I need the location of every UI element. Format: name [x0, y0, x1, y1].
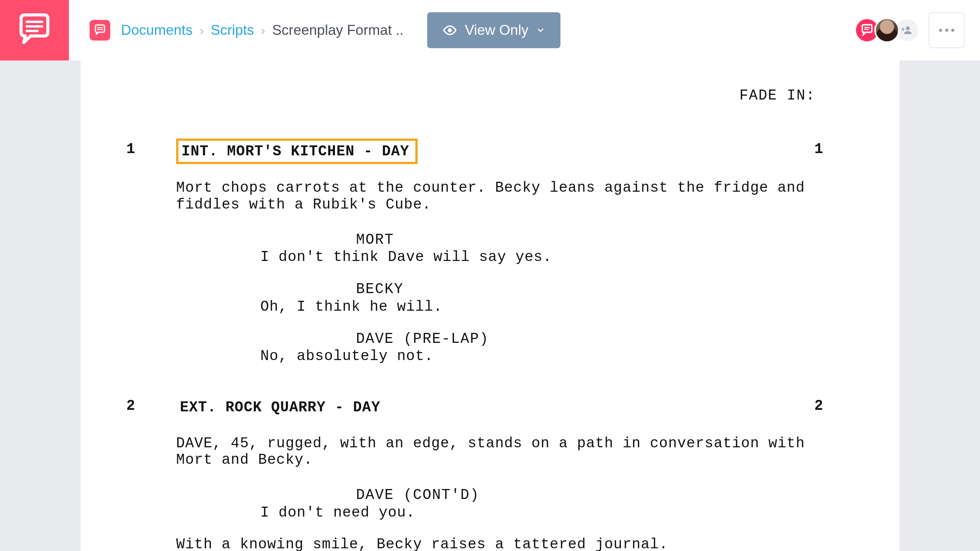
- svg-point-5: [448, 28, 452, 32]
- action-text: Mort chops carrots at the counter. Becky…: [80, 179, 900, 213]
- svg-point-8: [906, 26, 910, 30]
- speech-bubble-icon: [93, 24, 106, 37]
- top-bar: Documents › Scripts › Screenplay Format …: [0, 0, 980, 60]
- dialogue-line: Oh, I think he will.: [80, 298, 900, 315]
- chevron-down-icon: [536, 26, 545, 35]
- action-text: With a knowing smile, Becky raises a tat…: [80, 536, 900, 551]
- more-options-button[interactable]: [929, 12, 965, 48]
- view-mode-button[interactable]: View Only: [427, 12, 560, 48]
- scene-number-left: 2: [126, 395, 176, 414]
- speech-bubble-icon: [15, 11, 54, 49]
- dialogue-line: I don't need you.: [80, 504, 900, 521]
- dialogue-line: No, absolutely not.: [80, 348, 900, 365]
- breadcrumb-documents[interactable]: Documents: [121, 22, 193, 38]
- mini-brand-button[interactable]: [90, 20, 110, 41]
- fade-in: FADE IN:: [80, 87, 900, 104]
- breadcrumb-scripts[interactable]: Scripts: [211, 22, 254, 38]
- breadcrumb-area: Documents › Scripts › Screenplay Format …: [90, 12, 560, 48]
- speech-bubble-icon: [860, 23, 874, 37]
- scene-heading[interactable]: INT. MORT'S KITCHEN - DAY: [176, 139, 418, 165]
- dialogue-block: DAVE (CONT'D) I don't need you.: [80, 487, 900, 521]
- dialogue-block: DAVE (PRE-LAP) No, absolutely not.: [80, 331, 900, 365]
- avatar-user[interactable]: [874, 18, 900, 43]
- scene-number-right: 2: [800, 395, 823, 414]
- scene-row: 1 INT. MORT'S KITCHEN - DAY 1: [80, 139, 900, 165]
- collaborator-avatars: [860, 18, 920, 43]
- character-name: BECKY: [80, 281, 900, 298]
- dialogue-block: BECKY Oh, I think he will.: [80, 281, 900, 315]
- person-add-icon: [901, 24, 913, 36]
- script-page: FADE IN: 1 INT. MORT'S KITCHEN - DAY 1 M…: [80, 60, 900, 551]
- chevron-right-icon: ›: [261, 23, 265, 38]
- scene-heading[interactable]: EXT. ROCK QUARRY - DAY: [176, 395, 387, 420]
- character-name: MORT: [80, 231, 900, 248]
- app-root: Documents › Scripts › Screenplay Format …: [0, 0, 980, 551]
- breadcrumb: Documents › Scripts › Screenplay Format …: [121, 22, 403, 38]
- topbar-right: [860, 0, 965, 60]
- dialogue-block: MORT I don't think Dave will say yes.: [80, 231, 900, 266]
- scene-number-left: 1: [126, 139, 176, 158]
- dialogue-line: I don't think Dave will say yes.: [80, 249, 900, 266]
- character-name: DAVE (PRE-LAP): [80, 331, 900, 347]
- scene-number-right: 1: [800, 139, 823, 158]
- ellipsis-icon: [939, 29, 954, 32]
- character-name: DAVE (CONT'D): [80, 487, 900, 504]
- workspace: FADE IN: 1 INT. MORT'S KITCHEN - DAY 1 M…: [0, 60, 980, 551]
- eye-icon: [443, 23, 457, 37]
- brand-logo[interactable]: [0, 0, 69, 60]
- chevron-right-icon: ›: [199, 23, 204, 38]
- view-mode-label: View Only: [465, 22, 528, 38]
- action-text: DAVE, 45, rugged, with an edge, stands o…: [80, 435, 900, 468]
- breadcrumb-current: Screenplay Format ..: [272, 22, 403, 38]
- scene-row: 2 EXT. ROCK QUARRY - DAY 2: [80, 395, 900, 420]
